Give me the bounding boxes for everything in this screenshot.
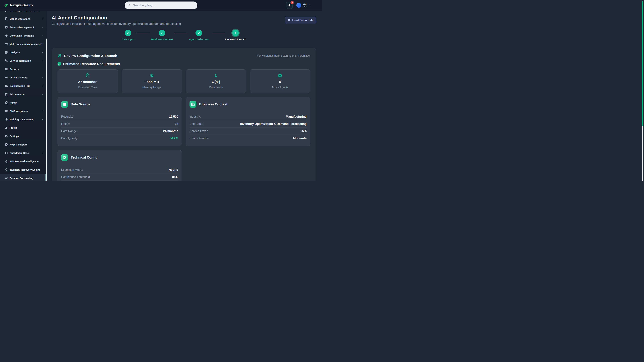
sidebar-item-analytics[interactable]: Analytics <box>0 49 46 56</box>
chart-tile-icon <box>58 62 61 65</box>
brand: Nexgile-Dealrix <box>0 3 33 7</box>
step-review-launch[interactable]: 4Review & Launch <box>225 30 246 41</box>
row-label: Data Quality: <box>61 137 78 140</box>
review-title: Review Configuration & Launch <box>64 54 117 58</box>
sidebar-item-dms-integration[interactable]: DMS Integration <box>0 107 46 115</box>
step-business-context[interactable]: Business Context <box>151 30 173 41</box>
step-connector <box>137 33 150 33</box>
row-label: Industry: <box>190 115 201 118</box>
book-icon <box>5 151 8 155</box>
row-value: Inventory Optimization & Demand Forecast… <box>240 122 306 126</box>
chevron-down-icon <box>42 77 44 78</box>
card-title: Business Context <box>199 102 228 106</box>
stat-label: Complexity <box>209 86 223 89</box>
row-label: Risk Tolerance: <box>190 137 210 140</box>
step-connector <box>174 33 188 33</box>
stat-value: 8 <box>279 80 281 84</box>
row-label: Execution Mode: <box>61 168 83 172</box>
row-label: Fields: <box>61 122 70 126</box>
videocam-icon <box>5 76 8 79</box>
user-menu[interactable]: User Role <box>296 3 311 8</box>
info-row: Data Quality:94.2% <box>61 135 178 142</box>
stat-label: Active Agents <box>272 86 288 89</box>
sidebar-item-help-support[interactable]: Help & Support <box>0 141 46 148</box>
row-value: Manufacturing <box>286 115 306 118</box>
sidebar-item-admin[interactable]: Admin <box>0 99 46 106</box>
sidebar-item-settings[interactable]: Settings <box>0 132 46 140</box>
info-row: Confidence Threshold:85% <box>61 173 178 181</box>
notifications-button[interactable]: 4 <box>286 2 293 9</box>
smartphone-icon <box>5 17 8 20</box>
bell-icon <box>288 3 291 7</box>
sidebar-item-ordering-replenishment[interactable]: Ordering & Replenishment <box>0 11 46 14</box>
sidebar-item-knowledge-base[interactable]: Knowledge Base <box>0 149 46 157</box>
admin-shield-icon <box>5 101 8 104</box>
info-row: Use Case:Inventory Optimization & Demand… <box>190 120 306 128</box>
sidebar-item-label: Demand Forecasting <box>10 177 33 179</box>
sidebar-item-demand-forecasting[interactable]: Demand Forecasting <box>0 174 46 181</box>
graduation-cap-icon <box>5 34 8 37</box>
card-technical-config: Technical ConfigExecution Mode:HybridCon… <box>58 150 182 181</box>
load-demo-data-button[interactable]: Load Demo Data <box>285 17 316 24</box>
sidebar-item-label: E-Commerce <box>10 93 24 96</box>
sidebar-item-collaboration-hub[interactable]: Collaboration Hub <box>0 82 46 89</box>
sidebar-item-reports[interactable]: Reports <box>0 65 46 73</box>
stepper: Data InputBusiness ContextAgent Selectio… <box>52 30 316 41</box>
step-data-input[interactable]: Data Input <box>122 30 134 41</box>
row-value: Hybrid <box>169 168 178 172</box>
row-label: Service Level: <box>190 129 208 133</box>
sidebar-item-multi-location-management[interactable]: Multi-Location Management <box>0 40 46 48</box>
search-input[interactable] <box>133 4 194 7</box>
chevron-down-icon <box>42 85 44 87</box>
sidebar-item-rim-proposal-intelligence[interactable]: RIM Proposal Intelligence <box>0 158 46 165</box>
row-value: 14 <box>175 122 178 126</box>
step-agent-selection[interactable]: Agent Selection <box>189 30 208 41</box>
section-title: Estimated Resource Requirements <box>63 62 120 66</box>
sidebar-item-label: Settings <box>10 135 19 138</box>
bulb-head-icon <box>5 160 8 163</box>
sidebar-item-mobile-operations[interactable]: Mobile Operations <box>0 15 46 22</box>
search-bar[interactable] <box>124 1 198 9</box>
info-row: Records:12,500 <box>61 113 178 120</box>
review-note: Verify settings before starting the AI w… <box>257 54 310 57</box>
sidebar-item-label: Virtual Meetings <box>10 76 28 79</box>
check-icon <box>159 30 165 36</box>
step-label: Data Input <box>122 38 134 41</box>
avatar <box>296 3 301 8</box>
stat-value: 27 seconds <box>78 80 97 84</box>
row-value: 24 months <box>163 129 178 133</box>
row-label: Date Range: <box>61 129 78 133</box>
stats-grid: 27 secondsExecution Time~488 MBMemory Us… <box>58 69 310 93</box>
chevron-down-icon <box>42 35 44 36</box>
graduation-cap-icon <box>5 118 8 121</box>
step-label: Agent Selection <box>189 38 208 41</box>
chevron-down-icon <box>42 43 44 45</box>
bar-chart-icon <box>5 67 8 71</box>
stat-tile-execution-time: 27 secondsExecution Time <box>58 69 118 93</box>
review-card: Review Configuration & Launch Verify set… <box>52 48 316 181</box>
check-icon <box>196 30 202 36</box>
sidebar-scrollbar-thumb[interactable] <box>46 38 47 181</box>
sidebar-item-virtual-meetings[interactable]: Virtual Meetings <box>0 74 46 81</box>
sidebar-item-consulting-programs[interactable]: Consulting Programs <box>0 32 46 39</box>
row-label: Use Case: <box>190 122 203 126</box>
person-icon <box>5 126 8 129</box>
sigma-icon: Σ <box>214 73 217 78</box>
sidebar-item-returns-management[interactable]: Returns Management <box>0 23 46 31</box>
card-title: Data Source <box>71 102 90 106</box>
sidebar-item-inventory-recovery-engine[interactable]: Inventory Recovery Engine <box>0 166 46 173</box>
sidebar-item-profile[interactable]: Profile <box>0 124 46 131</box>
chevron-down-icon <box>42 26 44 28</box>
sidebar-item-label: Training & E-Learning <box>10 118 34 121</box>
card-data-source: Data SourceRecords:12,500Fields:14Date R… <box>58 97 182 146</box>
sidebar-item-e-commerce[interactable]: E-Commerce <box>0 90 46 98</box>
rocket-icon <box>58 53 62 58</box>
step-number: 4 <box>232 30 239 36</box>
chevron-down-icon <box>42 152 44 154</box>
sidebar-item-training-e-learning[interactable]: Training & E-Learning <box>0 116 46 123</box>
storefront-icon <box>5 42 8 45</box>
sidebar-item-service-integration[interactable]: Service Integration <box>0 57 46 64</box>
info-row: Execution Mode:Hybrid <box>61 166 178 173</box>
chevron-down-icon <box>42 102 44 104</box>
user-name: User <box>302 3 307 5</box>
